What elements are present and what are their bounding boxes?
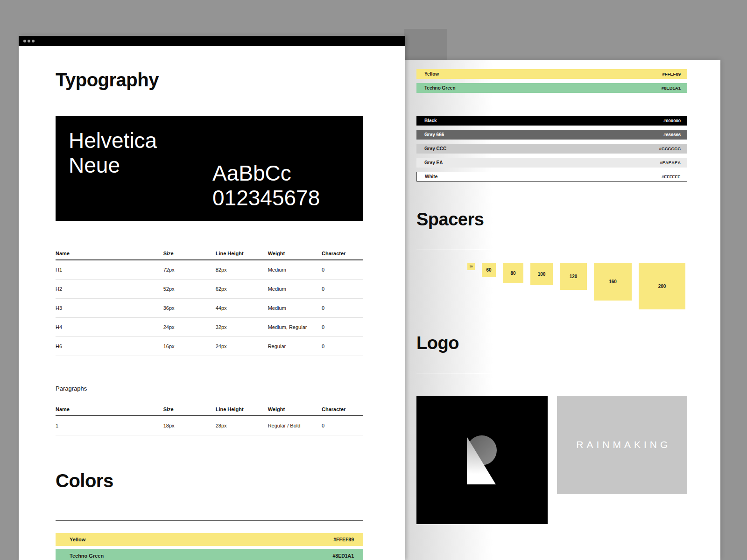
spacer-square-160: 160 xyxy=(594,263,632,301)
logo-tiles: RAINMAKING xyxy=(416,396,687,524)
table-cell: 0 xyxy=(322,343,363,349)
section-divider xyxy=(416,374,687,374)
rainmaking-r-logo-icon xyxy=(467,435,497,484)
style-guide-page-1[interactable]: Typography Helvetica Neue AaBbCc 0123456… xyxy=(19,46,405,560)
color-swatch-row: White#FFFFFF xyxy=(416,172,687,182)
spacer-square-60: 60 xyxy=(482,263,496,277)
swatch-name: Yellow xyxy=(424,71,439,77)
wordmark: RAINMAKING xyxy=(573,439,671,450)
table-cell: Medium xyxy=(268,286,322,292)
table-cell: Medium xyxy=(268,305,322,311)
table-row: H336px44pxMedium0 xyxy=(56,299,363,318)
specimen-font-name: Helvetica Neue xyxy=(69,128,157,178)
table-cell: 24px xyxy=(163,324,216,330)
swatch-name: Yellow xyxy=(70,537,85,542)
table-cell: 82px xyxy=(216,267,268,273)
table-row: H616px24pxRegular0 xyxy=(56,337,363,356)
spacer-scale: 306080100120160200 xyxy=(416,263,687,309)
font-specimen-card: Helvetica Neue AaBbCc 012345678 xyxy=(56,116,363,221)
swatch-hex: #8ED1A1 xyxy=(332,553,354,559)
swatch-name: Gray 666 xyxy=(424,132,444,137)
logo-wordmark-tile: RAINMAKING xyxy=(557,396,688,494)
typography-heading: Typography xyxy=(56,46,363,90)
table-cell: H6 xyxy=(56,343,163,349)
logo-mark-tile xyxy=(416,396,548,524)
table-cell: 16px xyxy=(163,343,216,349)
background-window-fragment xyxy=(404,29,447,60)
page-2-content: Yellow#FFEF89Techno Green#8ED1A1 Black#0… xyxy=(383,60,720,524)
table-cell: Medium, Regular xyxy=(268,324,322,330)
table-cell: 0 xyxy=(322,423,363,428)
window-control-dot[interactable] xyxy=(28,40,30,42)
table-cell: 1 xyxy=(56,423,163,428)
swatch-hex: #FFEF89 xyxy=(662,71,681,77)
swatch-hex: #000000 xyxy=(663,118,681,123)
table-cell: 28px xyxy=(216,423,268,428)
table-header-cell: Character xyxy=(322,251,363,256)
table-cell: 24px xyxy=(216,343,268,349)
color-swatch-row: Yellow#FFEF89 xyxy=(416,69,687,79)
color-swatch-row: Gray EA#EAEAEA xyxy=(416,158,687,168)
table-cell: H3 xyxy=(56,305,163,311)
window-titlebar[interactable] xyxy=(19,36,405,46)
spacer-square-80: 80 xyxy=(503,263,523,283)
window-control-dot[interactable] xyxy=(32,40,35,42)
spacer-square-120: 120 xyxy=(560,263,587,290)
swatch-name: White xyxy=(425,174,437,179)
color-swatch-row: Gray 666#666666 xyxy=(416,130,687,140)
swatch-group-gap xyxy=(416,97,687,116)
color-swatch-row: Techno Green#8ED1A1 xyxy=(56,549,363,560)
table-cell: 62px xyxy=(216,286,268,292)
table-cell: Regular xyxy=(268,343,322,349)
spacer-square-30: 30 xyxy=(467,263,475,270)
color-swatch-list-neutral: Black#000000Gray 666#666666Gray CCC#CCCC… xyxy=(416,116,687,182)
table-header-row: NameSizeLine HeightWeightCharacter xyxy=(56,403,363,416)
table-header-cell: Weight xyxy=(268,406,322,412)
table-header-cell: Size xyxy=(163,251,216,256)
table-header-cell: Line Height xyxy=(216,406,268,412)
swatch-hex: #666666 xyxy=(663,132,681,137)
table-header-row: NameSizeLine HeightWeightCharacter xyxy=(56,247,363,260)
table-cell: 18px xyxy=(163,423,216,428)
table-cell: 36px xyxy=(163,305,216,311)
desktop-background: Yellow#FFEF89Techno Green#8ED1A1 Black#0… xyxy=(0,0,747,560)
paragraphs-type-table: NameSizeLine HeightWeightCharacter118px2… xyxy=(56,403,363,435)
table-header-cell: Line Height xyxy=(216,251,268,256)
swatch-name: Gray CCC xyxy=(424,146,446,151)
table-row: H172px82pxMedium0 xyxy=(56,260,363,280)
window-control-dot[interactable] xyxy=(23,40,26,42)
color-swatch-row: Black#000000 xyxy=(416,116,687,126)
swatch-name: Gray EA xyxy=(424,160,443,165)
color-swatch-row: Techno Green#8ED1A1 xyxy=(416,83,687,93)
spacer-square-100: 100 xyxy=(530,263,553,285)
swatch-hex: #FFFFFF xyxy=(662,174,680,179)
table-cell: H1 xyxy=(56,267,163,273)
spacers-heading: Spacers xyxy=(416,209,687,230)
table-row: 118px28pxRegular / Bold0 xyxy=(56,416,363,435)
section-divider xyxy=(416,249,687,249)
table-cell: Medium xyxy=(268,267,322,273)
swatch-name: Black xyxy=(424,118,437,123)
style-guide-page-2[interactable]: Yellow#FFEF89Techno Green#8ED1A1 Black#0… xyxy=(383,60,720,560)
swatch-name: Techno Green xyxy=(70,553,104,559)
swatch-hex: #CCCCCC xyxy=(659,146,681,151)
swatch-hex: #8ED1A1 xyxy=(662,85,681,91)
spacer-square-200: 200 xyxy=(639,263,685,309)
table-header-cell: Size xyxy=(163,406,216,412)
headings-type-table: NameSizeLine HeightWeightCharacterH172px… xyxy=(56,247,363,356)
table-cell: 0 xyxy=(322,305,363,311)
table-header-cell: Character xyxy=(322,406,363,412)
table-header-cell: Name xyxy=(56,406,163,412)
table-cell: 44px xyxy=(216,305,268,311)
color-swatch-row: Yellow#FFEF89 xyxy=(56,533,363,546)
table-row: H424px32pxMedium, Regular0 xyxy=(56,318,363,337)
table-row: H252px62pxMedium0 xyxy=(56,280,363,299)
swatch-hex: #EAEAEA xyxy=(660,160,681,165)
logo-heading: Logo xyxy=(416,333,687,353)
table-cell: H4 xyxy=(56,324,163,330)
table-cell: Regular / Bold xyxy=(268,423,322,428)
paragraphs-subheading: Paragraphs xyxy=(56,385,363,392)
color-swatch-list: Yellow#FFEF89Techno Green#8ED1A1 xyxy=(56,533,363,560)
table-cell: 0 xyxy=(322,324,363,330)
table-cell: 52px xyxy=(163,286,216,292)
